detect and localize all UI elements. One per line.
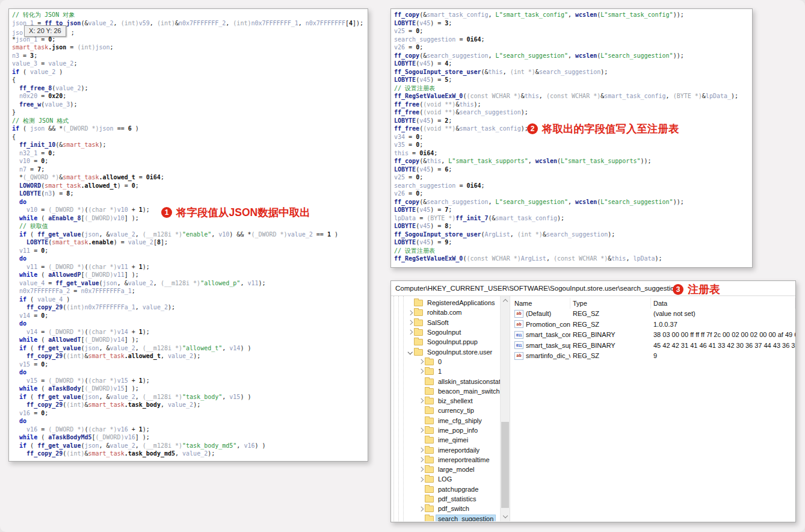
chevron-right-icon[interactable] <box>407 330 413 334</box>
code-token: v14 <box>114 336 125 343</box>
tree-item-allskin_statusiconstatis[interactable]: allskin_statusiconstatis <box>391 376 500 386</box>
code-token: (_DWORD) <box>84 215 113 221</box>
value-row-(Default)[interactable]: ab(Default)REG_SZ(value not set) <box>510 309 795 320</box>
code-token: value_2 <box>143 304 168 311</box>
chevron-down-icon[interactable] <box>407 350 413 354</box>
value-row-smart_task_supp...[interactable]: 011smart_task_supp...REG_BINARY45 42 42 … <box>510 340 795 351</box>
code-token: ); <box>143 264 150 270</box>
value-row-smartinfo_dic_v...[interactable]: absmartinfo_dic_v...REG_SZ9 <box>510 351 795 362</box>
tree-item-ime_cfg_shiply[interactable]: ime_cfg_shiply <box>391 416 500 425</box>
circled-number-1-icon: 1 <box>161 207 172 218</box>
chevron-right-icon[interactable] <box>418 478 424 481</box>
tree-item-imereportdaily[interactable]: imereportdaily <box>391 445 500 454</box>
chevron-right-icon[interactable] <box>407 321 413 324</box>
scrollbar-thumb[interactable] <box>501 422 509 507</box>
code-token: = <box>405 44 416 51</box>
tree-item-pdf_statistics[interactable]: pdf_statistics <box>391 494 500 504</box>
value-data: 38 03 00 00 ff ff ff 7f 2c 00 02 00 02 0… <box>651 331 795 338</box>
chevron-right-icon[interactable] <box>418 468 424 471</box>
tree-item-RegisteredApplications[interactable]: RegisteredApplications <box>391 298 500 308</box>
code-token: ); <box>168 304 175 311</box>
code-token: ]); <box>353 20 363 26</box>
tree-scrollbar[interactable] <box>500 296 510 521</box>
tree-item-patchupgrade[interactable]: patchupgrade <box>391 484 500 494</box>
tree-item-label: search_suggestion <box>436 515 495 521</box>
code-token: (void **) <box>423 101 455 108</box>
code-token: (_DWORD *) <box>48 329 84 335</box>
chevron-right-icon[interactable] <box>418 370 424 373</box>
tree-item-rohitab.com[interactable]: rohitab.com <box>391 308 500 317</box>
code-token: ] ); <box>125 215 139 221</box>
code-token: "task_body_md5" <box>182 442 236 449</box>
code-token: , <box>135 345 143 351</box>
tree-item-0[interactable]: 0 <box>391 357 500 367</box>
tree-item-SogouInput.ppup[interactable]: SogouInput.ppup <box>391 337 500 347</box>
code-line: value_4 = ff_get_value(json, &value_2, (… <box>12 279 368 288</box>
tree-item-1[interactable]: 1 <box>391 367 500 376</box>
tree-item-beacon_main_switch[interactable]: beacon_main_switch <box>391 386 500 396</box>
annotation-1-text: 将字段值从JSON数据中取出 <box>176 205 310 220</box>
tree-item-pdf_switch[interactable]: pdf_switch <box>391 504 500 513</box>
scroll-down-icon[interactable] <box>502 513 507 518</box>
code-token: = <box>455 36 466 43</box>
code-token: (int *) <box>510 69 535 75</box>
tree-item-label: 0 <box>436 358 443 365</box>
chevron-right-icon[interactable] <box>418 360 424 363</box>
code-token: v45 <box>419 20 430 26</box>
tree-item-label: ime_cfg_shiply <box>436 417 484 424</box>
column-header-data[interactable]: Data <box>651 298 795 309</box>
tree-item-large_model[interactable]: large_model <box>391 465 500 474</box>
tree-item-ime_pop_info[interactable]: ime_pop_info <box>391 425 500 435</box>
code-token: ) ) <box>240 394 251 400</box>
scroll-up-icon[interactable] <box>502 299 507 304</box>
code-token <box>12 418 19 424</box>
column-header-type[interactable]: Type <box>570 298 651 309</box>
code-token: , & <box>117 280 128 286</box>
tree-item-label: allskin_statusiconstatis <box>436 378 500 385</box>
code-line: LOBYTE(v45) = 4; <box>394 60 752 68</box>
tree-item-SogouInput.store.user[interactable]: SogouInput.store.user <box>391 347 500 356</box>
tree-item-ime_qimei[interactable]: ime_qimei <box>391 435 500 445</box>
code-token: = <box>30 361 41 368</box>
code-token: ff_get_value <box>55 280 99 286</box>
tree-item-biz_shellext[interactable]: biz_shellext <box>391 396 500 406</box>
tree-item-imereportrealtime[interactable]: imereportrealtime <box>391 455 500 465</box>
code-token: this <box>394 150 409 156</box>
tree-item-search_suggestion[interactable]: search_suggestion <box>391 514 500 521</box>
value-row-Promotion_conf...[interactable]: abPromotion_conf...REG_SZ1.0.0.37 <box>510 319 795 330</box>
tree-item-label: rohitab.com <box>425 309 463 316</box>
chevron-right-icon[interactable] <box>418 458 424 462</box>
code-token: (_DWORD *) <box>48 206 84 213</box>
folder-icon <box>425 466 434 473</box>
tree-item-SalSoft[interactable]: SalSoft <box>391 318 500 327</box>
chevron-right-icon[interactable] <box>418 399 424 403</box>
code-token: "allowed_t" <box>182 345 222 351</box>
code-token: { <box>12 134 16 140</box>
code-token: n3 <box>12 52 19 59</box>
registry-address-bar[interactable]: Computer\HKEY_CURRENT_USER\SOFTWARE\Sogo… <box>391 281 795 296</box>
code-token: // 检测 JSON 格式 <box>12 117 69 124</box>
code-token: = <box>19 52 30 59</box>
tree-item-label: patchupgrade <box>436 486 480 493</box>
tree-item-LOG[interactable]: LOG <box>391 474 500 484</box>
tree-item-currency_tip[interactable]: currency_tip <box>391 406 500 415</box>
code-token: + <box>128 329 139 335</box>
tree-item-SogouInput[interactable]: SogouInput <box>391 327 500 337</box>
code-token: , & <box>99 394 110 400</box>
column-header-name[interactable]: Name <box>510 298 570 309</box>
code-token: ff_get_value <box>37 231 81 238</box>
code-token: v45 <box>419 76 430 83</box>
value-row-smart_task_config[interactable]: 011smart_task_configREG_BINARY38 03 00 0… <box>510 330 795 341</box>
code-token: free_w <box>19 101 41 108</box>
chevron-right-icon[interactable] <box>418 507 424 511</box>
code-token: (BYTE *) <box>673 93 702 99</box>
chevron-right-icon[interactable] <box>418 448 424 452</box>
code-token: v11 <box>26 264 37 270</box>
chevron-right-icon[interactable] <box>407 311 413 315</box>
folder-icon <box>414 329 423 336</box>
code-token: , <box>546 255 554 262</box>
code-token: value_2 <box>110 394 135 400</box>
code-token: (void **) <box>423 125 455 132</box>
code-token: L"smart_task_config" <box>600 11 673 18</box>
chevron-right-icon[interactable] <box>418 428 424 432</box>
